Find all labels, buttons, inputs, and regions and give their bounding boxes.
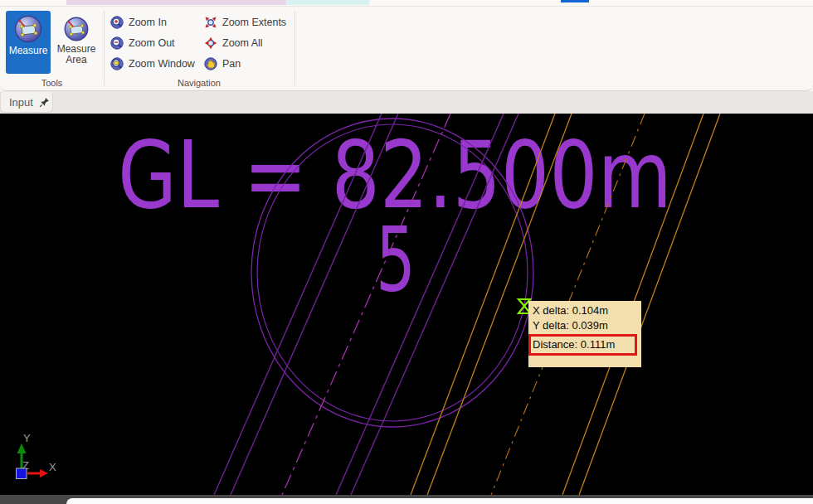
tab-highlight-cyan	[286, 0, 369, 5]
measure-area-button[interactable]: Measure Area	[53, 11, 100, 74]
ribbon: Measure Measure Area Tools Zoom In	[0, 7, 813, 91]
distance-readout: Distance: 0.111m	[528, 334, 637, 356]
zoom-window-icon	[110, 57, 124, 70]
tools-group-label: Tools	[8, 78, 95, 88]
drawing-viewport[interactable]: GL = 82.500m 5 Y Z X	[0, 114, 813, 495]
pushpin-icon[interactable]	[39, 97, 50, 108]
group-separator	[295, 11, 295, 85]
axis-indicator: Y Z X	[17, 432, 57, 479]
measure-area-button-label: Measure Area	[53, 44, 100, 65]
zoom-extents-icon	[204, 16, 217, 29]
zoom-in-label: Zoom In	[129, 17, 167, 28]
axis-x-label: X	[49, 461, 56, 473]
axis-origin-marker	[17, 468, 27, 479]
measure-area-icon	[63, 16, 90, 42]
group-separator	[104, 11, 105, 85]
pan-button[interactable]: Pan	[204, 56, 241, 71]
zoom-all-button[interactable]: Zoom All	[204, 36, 263, 51]
zoom-out-icon	[110, 36, 124, 50]
zoom-extents-label: Zoom Extents	[222, 17, 286, 28]
zoom-all-label: Zoom All	[222, 37, 263, 49]
x-delta-readout: X delta: 0.104m	[528, 303, 641, 318]
section-number-text: 5	[376, 208, 416, 311]
zoom-in-icon	[110, 16, 124, 29]
zoom-window-button[interactable]: Zoom Window	[110, 56, 195, 71]
panel-tab-strip: Input	[0, 91, 813, 114]
zoom-extents-button[interactable]: Zoom Extents	[204, 15, 286, 30]
input-tab-label: Input	[9, 96, 33, 109]
bottom-panel-edge	[66, 498, 813, 504]
zoom-all-icon	[204, 36, 217, 50]
axis-y-label: Y	[23, 432, 31, 444]
active-tab-underline	[561, 0, 589, 2]
measure-button-label: Measure	[9, 46, 48, 56]
pan-label: Pan	[222, 58, 241, 70]
bottom-bar	[0, 495, 813, 504]
ribbon-tab-row	[0, 0, 813, 7]
cad-drawing: GL = 82.500m 5 Y Z X	[0, 114, 813, 495]
axis-x-arrowhead	[40, 469, 48, 477]
zoom-out-label: Zoom Out	[129, 37, 175, 49]
navigation-group-label: Navigation	[108, 78, 290, 88]
measure-tooltip: X delta: 0.104m Y delta: 0.039m Distance…	[528, 301, 641, 367]
zoom-in-button[interactable]: Zoom In	[110, 15, 167, 30]
pan-icon	[204, 57, 217, 70]
tab-highlight-pink	[66, 0, 286, 5]
zoom-out-button[interactable]: Zoom Out	[110, 36, 175, 51]
axis-y-arrowhead	[17, 443, 27, 453]
measure-button[interactable]: Measure	[6, 11, 51, 74]
measure-icon	[13, 14, 43, 44]
y-delta-readout: Y delta: 0.039m	[528, 318, 641, 333]
input-panel-tab[interactable]: Input	[0, 92, 53, 113]
zoom-window-label: Zoom Window	[129, 58, 195, 70]
